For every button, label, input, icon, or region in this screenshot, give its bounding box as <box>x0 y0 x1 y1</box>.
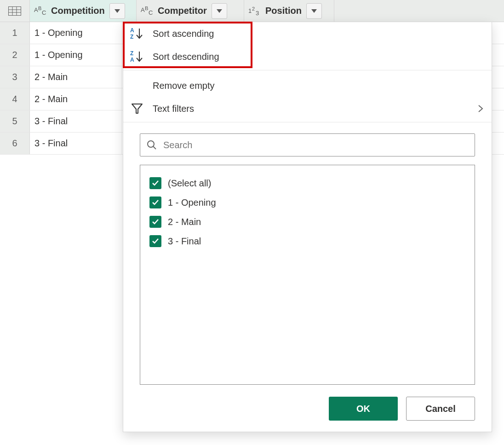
svg-marker-16 <box>311 9 317 13</box>
column-header-competitor[interactable]: ABC Competitor <box>137 0 244 22</box>
chevron-down-icon <box>217 9 222 13</box>
text-type-icon: ABC <box>140 6 155 16</box>
svg-text:Z: Z <box>130 34 133 40</box>
svg-text:A: A <box>130 27 134 34</box>
filter-dropdown-menu: AZ Sort ascending ZA Sort descending Rem… <box>123 22 492 432</box>
column-label: Competitor <box>155 6 207 16</box>
menu-label: Remove empty <box>153 81 215 91</box>
cell-competition[interactable]: 3 - Final <box>30 110 122 132</box>
row-number[interactable]: 5 <box>0 110 30 132</box>
column-header-row: ABC Competition ABC Competitor 123 Posit… <box>0 0 504 22</box>
remove-empty-item[interactable]: Remove empty <box>123 74 492 97</box>
funnel-icon <box>130 103 144 115</box>
search-icon <box>147 140 157 150</box>
menu-label: Sort descending <box>153 52 219 62</box>
chevron-down-icon <box>311 9 317 13</box>
sort-descending-icon: ZA <box>130 50 144 64</box>
table-icon <box>8 6 21 16</box>
checkbox-checked-icon[interactable] <box>149 196 161 208</box>
svg-text:B: B <box>145 6 148 11</box>
column-filter-button-position[interactable] <box>306 3 322 19</box>
column-filter-button-competitor[interactable] <box>212 3 227 19</box>
cell-competition[interactable]: 1 - Opening <box>30 44 122 66</box>
filter-option-label: (Select all) <box>168 178 211 189</box>
checkbox-checked-icon[interactable] <box>149 235 161 247</box>
filter-option-label: 2 - Main <box>168 217 201 227</box>
row-number[interactable]: 6 <box>0 133 30 154</box>
sort-ascending-item[interactable]: AZ Sort ascending <box>123 22 492 45</box>
svg-text:A: A <box>141 6 145 13</box>
filter-option-label: 1 - Opening <box>168 197 216 208</box>
filter-option[interactable]: 2 - Main <box>149 212 465 231</box>
svg-text:C: C <box>149 9 153 16</box>
chevron-right-icon <box>478 104 483 113</box>
filter-search-input[interactable] <box>162 139 468 151</box>
svg-text:C: C <box>42 9 46 16</box>
svg-text:1: 1 <box>248 7 252 14</box>
checkbox-checked-icon[interactable] <box>149 216 161 228</box>
svg-point-24 <box>148 141 154 147</box>
cell-competition[interactable]: 2 - Main <box>30 66 122 88</box>
menu-label: Sort ascending <box>153 29 214 39</box>
filter-option[interactable]: 1 - Opening <box>149 193 465 212</box>
column-label: Competition <box>48 6 105 16</box>
row-number[interactable]: 4 <box>0 88 30 110</box>
svg-text:2: 2 <box>252 6 255 12</box>
menu-separator <box>123 70 492 70</box>
sort-descending-item[interactable]: ZA Sort descending <box>123 45 492 68</box>
svg-text:A: A <box>34 6 38 13</box>
svg-text:3: 3 <box>256 10 259 16</box>
chevron-down-icon <box>115 9 120 13</box>
cancel-button[interactable]: Cancel <box>406 397 475 421</box>
svg-text:B: B <box>38 6 41 11</box>
filter-option[interactable]: 3 - Final <box>149 231 465 251</box>
row-number[interactable]: 2 <box>0 44 30 66</box>
column-label: Position <box>263 6 302 16</box>
text-filters-item[interactable]: Text filters <box>123 97 492 120</box>
svg-marker-12 <box>217 9 222 13</box>
cell-competition[interactable]: 1 - Opening <box>30 22 122 44</box>
row-number[interactable]: 1 <box>0 22 30 44</box>
cell-competition[interactable]: 2 - Main <box>30 88 122 110</box>
row-column-corner[interactable] <box>0 0 30 22</box>
svg-marker-8 <box>115 9 120 13</box>
filter-values-list: (Select all) 1 - Opening 2 - Main 3 - Fi… <box>140 165 475 385</box>
filter-option-label: 3 - Final <box>168 236 201 247</box>
column-filter-button-competition[interactable] <box>109 3 125 19</box>
dialog-button-row: OK Cancel <box>123 390 492 432</box>
checkbox-checked-icon[interactable] <box>149 177 161 189</box>
svg-line-25 <box>153 146 156 149</box>
ok-button[interactable]: OK <box>329 397 398 421</box>
menu-label: Text filters <box>153 104 194 114</box>
svg-rect-0 <box>9 6 21 15</box>
svg-text:Z: Z <box>130 50 133 57</box>
svg-marker-23 <box>132 104 142 113</box>
filter-select-all[interactable]: (Select all) <box>149 173 465 193</box>
column-header-position[interactable]: 123 Position <box>244 0 334 22</box>
row-number[interactable]: 3 <box>0 66 30 88</box>
text-type-icon: ABC <box>34 6 48 16</box>
filter-search-box[interactable] <box>140 133 475 156</box>
column-header-competition[interactable]: ABC Competition <box>30 0 137 22</box>
number-type-icon: 123 <box>248 6 263 16</box>
cell-competition[interactable]: 3 - Final <box>30 133 122 154</box>
svg-text:A: A <box>130 57 134 63</box>
sort-ascending-icon: AZ <box>130 27 144 40</box>
